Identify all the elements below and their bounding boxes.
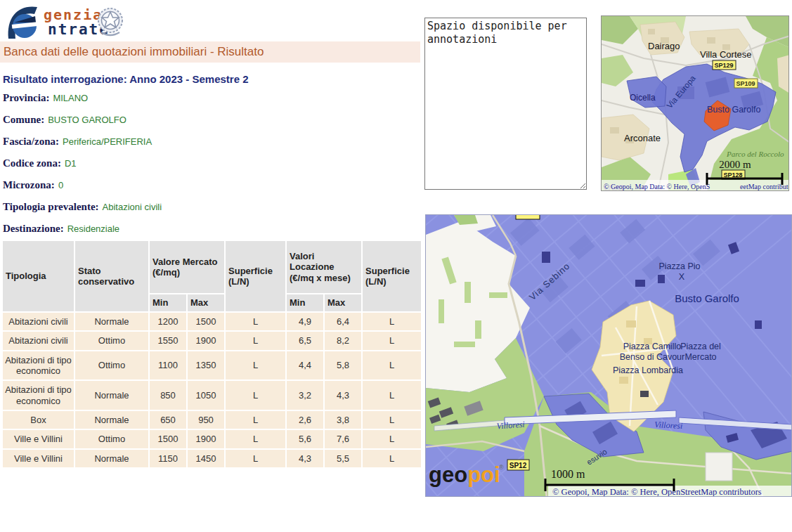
page-title: Banca dati delle quotazioni immobiliari …	[0, 41, 420, 63]
cell-vl-max: 8,2	[325, 332, 361, 349]
cell-sup1: L	[226, 381, 285, 410]
map-label-piazza-camillo-1: Piazza Camillo	[623, 342, 682, 351]
table-row: Ville e VilliniNormale11501450L4,35,5L	[3, 450, 421, 467]
field-value: D1	[61, 158, 77, 169]
cell-vl-max: 5,8	[325, 351, 361, 380]
map-label-parco-del-roccolo: Parco del Roccolo	[726, 150, 784, 158]
cell-stato: Ottimo	[75, 332, 148, 349]
cell-vm-min: 1200	[150, 313, 186, 330]
cell-tipologia: Box	[3, 411, 74, 429]
map-label-piazza-lombardia: Piazza Lombardia	[613, 365, 683, 375]
col-header-min-locazione: Min	[287, 294, 323, 311]
result-heading: Risultato interrogazione: Anno 2023 - Se…	[3, 73, 417, 85]
table-row: Abitazioni di tipo economicoOttimo110013…	[3, 351, 421, 380]
agenzia-entrate-logo-icon	[6, 1, 41, 39]
col-header-tipologia: Tipologia	[3, 241, 74, 311]
cell-stato: Normale	[75, 411, 148, 429]
cell-vl-max: 5,5	[325, 450, 361, 467]
geopoi-logo-geo: geo	[429, 462, 467, 487]
road-badge-sp129: SP129	[713, 60, 736, 70]
geopoi-logo: geopoi ®	[429, 462, 504, 487]
field-value: 0	[55, 180, 63, 190]
overview-scale-label: 2000 m	[719, 159, 751, 170]
overview-map: Dairago Villa Cortese Oicella Via Europa…	[601, 15, 789, 191]
annotations-textarea[interactable]: Spazio disponibile per annotazioni	[424, 18, 587, 190]
page-title-text: Banca dati delle quotazioni immobiliari …	[4, 45, 264, 58]
cell-sup1: L	[226, 313, 285, 330]
cell-vl-min: 3,2	[287, 381, 323, 410]
cell-vm-min: 1550	[150, 332, 186, 349]
field-value: MILANO	[49, 93, 88, 103]
cell-vm-min: 850	[150, 381, 186, 410]
cell-vl-min: 4,3	[287, 450, 323, 467]
table-row: BoxNormale650950L2,63,8L	[3, 411, 421, 429]
cell-tipologia: Abitazioni civili	[3, 332, 74, 349]
cell-vm-max: 1500	[188, 313, 224, 330]
cell-sup1: L	[226, 450, 285, 467]
cell-tipologia: Ville e Villini	[3, 450, 74, 467]
cell-vm-max: 1900	[188, 430, 224, 448]
cell-vm-min: 1150	[150, 450, 186, 467]
cell-sup2: L	[363, 450, 421, 467]
map-label-villoresi-left: Villoresi	[496, 420, 525, 432]
road-badge-partial-top	[516, 215, 540, 219]
geopoi-logo-reg: ®	[499, 464, 504, 471]
table-row: Abitazioni civiliOttimo15501900L6,58,2L	[3, 332, 421, 349]
col-header-valori-locazione: Valori Locazione (€/mq x mese)	[287, 241, 361, 293]
cell-sup2: L	[363, 411, 421, 429]
cell-stato: Ottimo	[75, 430, 148, 448]
field-label: Microzona:	[3, 179, 55, 190]
cell-vl-min: 4,9	[287, 313, 323, 330]
cell-sup1: L	[226, 332, 285, 349]
detail-scale-label: 1000 m	[551, 468, 585, 480]
field-destinazione: Destinazione:Residenziale	[3, 223, 417, 237]
col-header-min-mercato: Min	[150, 294, 186, 311]
cell-vl-min: 6,5	[287, 332, 323, 349]
cell-sup1: L	[226, 411, 285, 429]
cell-vm-min: 1100	[150, 351, 186, 380]
field-fascia-zona: Fascia/zona:Periferica/PERIFERIA	[3, 136, 417, 150]
cell-vm-max: 1350	[188, 351, 224, 380]
cell-vl-max: 3,8	[325, 411, 361, 429]
col-header-superficie-2: Superficie (L/N)	[363, 241, 421, 311]
cell-vl-max: 7,6	[325, 430, 361, 448]
cell-stato: Normale	[75, 450, 148, 467]
map-label-piazza-pio-x: X	[679, 272, 685, 282]
field-label: Tipologia prevalente:	[3, 201, 99, 212]
map-label-mercato: Mercato	[684, 352, 716, 362]
field-value: BUSTO GAROLFO	[44, 115, 126, 125]
cell-tipologia: Abitazioni di tipo economico	[3, 351, 74, 380]
map-label-oicella: Oicella	[630, 93, 656, 103]
col-header-stato: Stato conservativo	[75, 241, 148, 311]
cell-vl-min: 4,4	[287, 351, 323, 380]
field-comune: Comune:BUSTO GAROLFO	[3, 114, 417, 128]
field-value: Periferica/PERIFERIA	[59, 136, 152, 147]
map-label-busto-garolfo: Busto Garolfo	[707, 105, 760, 115]
cell-sup2: L	[363, 430, 421, 448]
cell-vl-max: 6,4	[325, 313, 361, 330]
field-tipologia-prevalente: Tipologia prevalente:Abitazioni civili	[3, 201, 417, 215]
cell-vl-min: 5,6	[287, 430, 323, 448]
cell-tipologia: Abitazioni di tipo economico	[3, 381, 74, 410]
table-row: Abitazioni di tipo economicoNormale85010…	[3, 381, 421, 410]
field-codice-zona: Codice zona:D1	[3, 157, 417, 171]
italy-emblem-icon	[96, 6, 125, 39]
col-header-superficie-1: Superficie (L/N)	[226, 241, 285, 311]
detail-attribution: © Geopoi, Map Data: © Here, OpenStreetMa…	[552, 487, 762, 497]
cell-vm-max: 950	[188, 411, 224, 429]
map-label-villoresi-right: Villoresi	[654, 420, 683, 431]
detail-map: Via Sebino Piazza Pio X Busto Garolfo Pi…	[425, 214, 792, 497]
field-value: Residenziale	[64, 223, 119, 234]
road-badge-sp12: SP12	[507, 460, 529, 470]
col-header-valore-mercato: Valore Mercato (€/mq)	[150, 241, 224, 293]
cell-stato: Normale	[75, 381, 148, 410]
svg-text:geopoi: geopoi	[429, 462, 500, 487]
cell-vm-max: 1450	[188, 450, 224, 467]
map-label-dairago: Dairago	[648, 41, 680, 51]
cell-tipologia: Ville e Villini	[3, 430, 74, 448]
cell-vm-min: 650	[150, 411, 186, 429]
map-label-arconate: Arconate	[624, 133, 661, 143]
map-label-piazza-camillo-2: Benso di Cavour	[620, 352, 684, 362]
quotations-table: Tipologia Stato conservativo Valore Merc…	[1, 240, 422, 469]
field-label: Provincia:	[3, 92, 49, 103]
